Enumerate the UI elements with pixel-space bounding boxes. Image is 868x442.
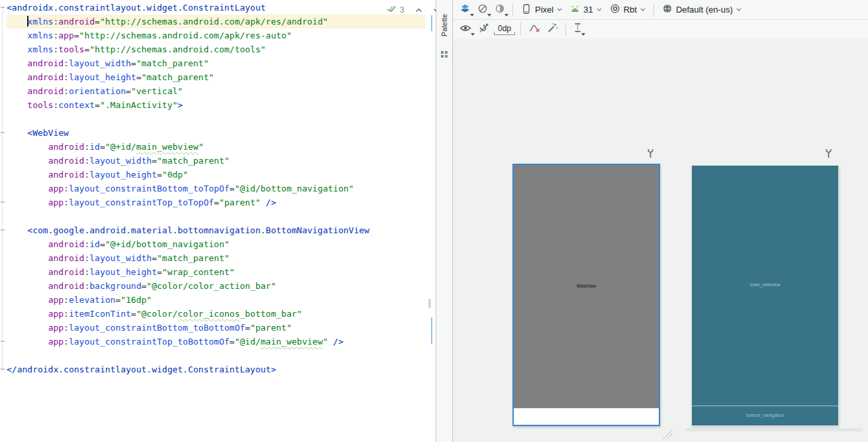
locale-globe-icon <box>662 3 673 16</box>
clear-constraints-button[interactable] <box>526 22 543 36</box>
default-margin-button[interactable]: 0dp <box>493 24 516 35</box>
blueprint-bottomnav-label[interactable]: bottom_navigation <box>692 413 838 417</box>
android-api-icon <box>570 5 580 15</box>
code-line[interactable]: </androidx.constraintlayout.widget.Const… <box>7 362 426 376</box>
code-line[interactable]: android:id="@+id/bottom_navigation" <box>7 237 426 251</box>
autoconnect-toggle-button[interactable] <box>475 22 492 36</box>
code-line[interactable]: android:layout_width="match_parent" <box>7 154 426 168</box>
inspections-widget[interactable]: 3 <box>386 4 440 16</box>
design-actions-wrench-icon[interactable] <box>646 148 655 161</box>
theme-selector[interactable]: Rbt <box>606 3 650 17</box>
code-line[interactable]: app:layout_constraintTop_toBottomOf="@id… <box>7 335 426 349</box>
fold-marker[interactable] <box>1 132 5 133</box>
webview-component-label[interactable]: WebView <box>514 284 659 288</box>
infer-constraints-button[interactable] <box>544 22 561 36</box>
code-lines[interactable]: <androidx.constraintlayout.widget.Constr… <box>7 1 426 376</box>
error-stripe-mark[interactable] <box>431 317 432 344</box>
prev-issue-icon[interactable] <box>415 5 422 15</box>
error-stripe-mark[interactable] <box>431 15 432 31</box>
device-phone-icon <box>521 3 532 17</box>
fold-marker[interactable] <box>1 368 5 370</box>
orientation-disabled-icon <box>477 3 488 17</box>
canvas-horizontal-scrollbar[interactable] <box>685 428 863 431</box>
chevron-down-icon <box>640 8 646 11</box>
code-line[interactable]: app:itemIconTint="@color/color_iconos_bo… <box>7 307 426 321</box>
design-view-device[interactable]: WebView <box>512 164 660 426</box>
autoconnect-off-magnet-icon <box>478 23 489 36</box>
code-line[interactable]: android:layout_height="0dp" <box>7 168 426 182</box>
inspections-check-icon <box>386 5 397 15</box>
device-selector-label: Pixel <box>535 5 554 15</box>
bottom-navigation-component[interactable] <box>514 408 659 425</box>
device-selector[interactable]: Pixel <box>517 3 566 17</box>
orientation-button[interactable] <box>475 3 491 17</box>
code-line[interactable]: tools:context=".MainActivity"> <box>7 98 426 112</box>
chevron-down-icon <box>736 8 742 11</box>
fold-marker[interactable] <box>1 201 5 203</box>
code-line[interactable]: android:background="@color/color_action_… <box>7 279 426 293</box>
code-line[interactable]: <androidx.constraintlayout.widget.Constr… <box>7 1 426 15</box>
fold-gutter-line <box>2 8 3 372</box>
code-line[interactable]: <WebView <box>7 126 426 140</box>
code-line[interactable]: xmlns:tools="http://schemas.android.com/… <box>7 42 426 56</box>
fold-marker[interactable] <box>1 7 5 8</box>
design-surface-selector-button[interactable] <box>457 3 473 17</box>
android-studio-layout-editor: <androidx.constraintlayout.widget.Constr… <box>0 0 868 442</box>
dropdown-corner-icon <box>487 14 491 17</box>
toolbar-row-2: 0dp <box>453 20 868 38</box>
code-line[interactable]: android:layout_width="match_parent" <box>7 251 426 265</box>
code-line[interactable]: app:elevation="16dp" <box>7 293 426 307</box>
theme-label: Rbt <box>624 5 637 15</box>
code-line[interactable]: app:layout_constraintBottom_toBottomOf="… <box>7 321 426 335</box>
code-line[interactable]: xmlns:app="http://schemas.android.com/ap… <box>7 28 426 42</box>
code-line[interactable]: android:layout_height="wrap_content" <box>7 265 426 279</box>
blueprint-webview-label[interactable]: main_webview <box>692 282 838 287</box>
device-resize-handle[interactable] <box>662 428 674 442</box>
blueprint-actions-wrench-icon[interactable] <box>824 148 833 161</box>
chevron-down-icon <box>597 8 602 11</box>
code-line[interactable] <box>7 209 426 223</box>
design-canvas[interactable]: WebView main_webview bottom_navigation <box>453 38 868 442</box>
dropdown-corner-icon <box>581 33 585 36</box>
night-mode-button[interactable] <box>492 3 508 17</box>
xml-editor[interactable]: <androidx.constraintlayout.widget.Constr… <box>0 0 436 442</box>
left-tool-strip: Palette <box>436 0 453 442</box>
code-line[interactable]: android:id="@+id/main_webview" <box>7 140 426 154</box>
toolbar-separator <box>512 3 513 17</box>
palette-tab[interactable]: Palette <box>440 14 448 36</box>
chevron-down-icon <box>557 8 562 11</box>
fold-marker[interactable] <box>1 229 5 231</box>
night-mode-icon <box>495 3 505 17</box>
view-options-button[interactable] <box>457 22 474 36</box>
toolbar-row-1: Pixel 31 <box>453 0 868 20</box>
blueprint-view-device[interactable]: main_webview bottom_navigation <box>691 165 839 426</box>
dropdown-corner-icon <box>505 14 508 17</box>
design-toolbar: Pixel 31 <box>453 0 868 39</box>
margin-bracket <box>494 32 515 35</box>
code-line[interactable]: android:layout_width="match_parent" <box>7 56 426 70</box>
theme-icon <box>610 3 620 16</box>
palette-icon[interactable] <box>440 49 448 61</box>
code-line[interactable]: android:layout_height="match_parent" <box>7 70 426 84</box>
text-caret <box>27 16 28 27</box>
toolbar-separator <box>520 23 521 36</box>
dropdown-corner-icon <box>470 14 474 17</box>
blueprint-component-divider <box>692 406 838 406</box>
locale-selector[interactable]: Default (en-us) <box>658 3 746 17</box>
design-surface-layers-icon <box>459 3 471 17</box>
fold-marker[interactable] <box>1 341 5 342</box>
locale-label: Default (en-us) <box>676 5 733 15</box>
code-line[interactable] <box>7 349 426 362</box>
code-line[interactable]: xmlns:android="http://schemas.android.co… <box>7 15 426 28</box>
code-line[interactable] <box>7 112 426 126</box>
pack-align-button[interactable] <box>571 22 585 36</box>
code-line[interactable]: app:layout_constraintTop_toTopOf="parent… <box>7 195 426 209</box>
scrollbar-thumb[interactable] <box>428 299 431 308</box>
view-options-eye-icon <box>459 23 471 35</box>
code-line[interactable]: <com.google.android.material.bottomnavig… <box>7 223 426 237</box>
code-line[interactable]: app:layout_constraintBottom_toTopOf="@id… <box>7 182 426 195</box>
api-level-label: 31 <box>583 5 593 15</box>
code-line[interactable]: android:orientation="vertical" <box>7 84 426 98</box>
infer-constraints-wand-icon <box>547 23 558 36</box>
api-level-selector[interactable]: 31 <box>566 3 605 17</box>
